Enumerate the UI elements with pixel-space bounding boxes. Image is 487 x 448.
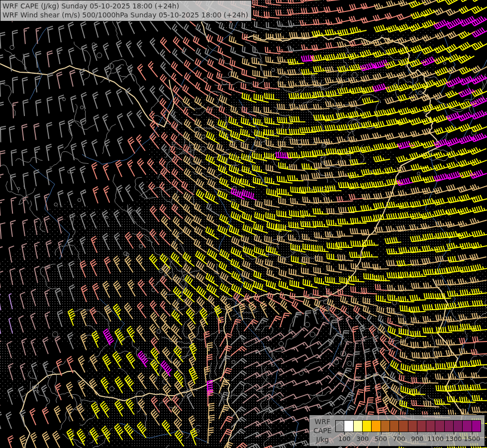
cape-tick <box>381 432 382 435</box>
cape-color-cell <box>454 420 463 432</box>
cape-color-cell <box>399 420 408 432</box>
cape-color-cell <box>372 420 381 432</box>
cape-color-cell <box>344 420 353 432</box>
cape-colorbar-ticks: 100300500700900110013001500 <box>335 432 481 445</box>
cape-tick-label: 700 <box>393 435 405 443</box>
cape-color-cell <box>354 420 363 432</box>
cape-tick <box>454 432 454 435</box>
cape-color-cell <box>390 420 399 432</box>
cape-tick-label: 1300 <box>446 435 462 443</box>
cape-legend: WRFCAPEJ/kg 100300500700900110013001500 <box>309 415 485 447</box>
cape-color-cell <box>335 420 344 432</box>
cape-color-cell <box>417 420 426 432</box>
cape-tick-label: 1100 <box>427 435 444 443</box>
cape-colorbar <box>335 420 481 432</box>
legend-side-labels: WRFCAPEJ/kg <box>313 417 332 444</box>
title-line-shear: WRF Wind shear (m/s) 500/1000hPa Sunday … <box>2 10 248 19</box>
cape-color-cell <box>381 420 390 432</box>
cape-tick-label: 1500 <box>464 435 480 443</box>
cape-tick-label: 900 <box>411 435 423 443</box>
legend-label-2: J/kg <box>313 435 332 444</box>
cape-tick <box>344 432 345 435</box>
cape-color-cell <box>363 420 372 432</box>
title-box: WRF CAPE (J/kg) Sunday 05-10-2025 18:00 … <box>0 0 252 21</box>
title-line-cape: WRF CAPE (J/kg) Sunday 05-10-2025 18:00 … <box>2 1 248 10</box>
cape-color-cell <box>472 420 481 432</box>
cape-tick <box>399 432 399 435</box>
map-canvas <box>0 0 487 448</box>
cape-tick <box>435 432 436 435</box>
cape-tick <box>472 432 473 435</box>
wrf-map: WRF CAPE (J/kg) Sunday 05-10-2025 18:00 … <box>0 0 487 448</box>
cape-tick <box>417 432 418 435</box>
cape-color-cell <box>435 420 444 432</box>
cape-tick <box>363 432 363 435</box>
cape-tick-label: 100 <box>338 435 351 443</box>
cape-color-cell <box>426 420 435 432</box>
cape-color-cell <box>408 420 417 432</box>
cape-color-cell <box>445 420 454 432</box>
legend-label-1: CAPE <box>313 426 332 435</box>
legend-label-0: WRF <box>313 417 332 426</box>
cape-color-cell <box>463 420 472 432</box>
cape-tick-label: 300 <box>357 435 369 443</box>
cape-tick-label: 500 <box>375 435 387 443</box>
